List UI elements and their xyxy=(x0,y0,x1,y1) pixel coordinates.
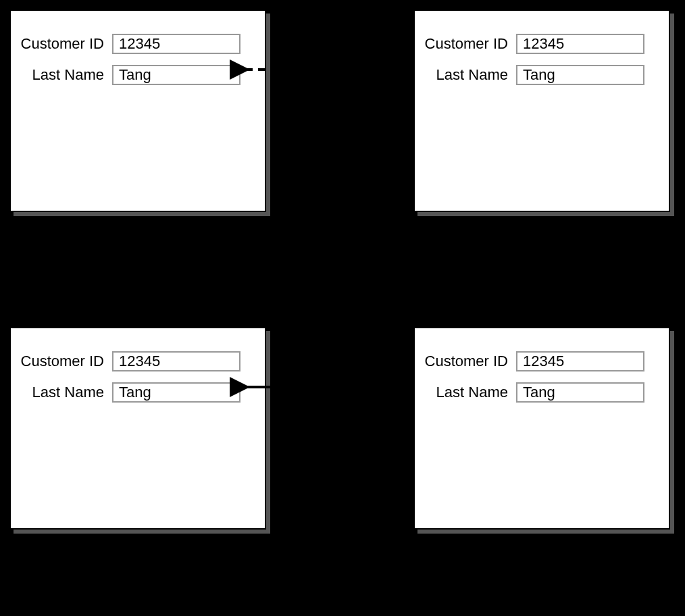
last-name-input[interactable]: Tang xyxy=(112,382,240,403)
last-name-input[interactable]: Tang xyxy=(112,65,240,85)
form-panel-bottom-left: Customer ID 12345 Last Name Tang xyxy=(9,327,266,530)
customer-id-label: Customer ID xyxy=(415,35,516,53)
last-name-input[interactable]: Tang xyxy=(516,65,644,85)
customer-id-input[interactable]: 12345 xyxy=(112,34,240,54)
form-row-last-name: Last Name Tang xyxy=(415,382,669,403)
customer-id-input[interactable]: 12345 xyxy=(112,351,240,371)
form-panel-top-left: Customer ID 12345 Last Name Tang xyxy=(9,9,266,212)
customer-id-label: Customer ID xyxy=(11,353,112,370)
form-row-last-name: Last Name Tang xyxy=(11,65,265,85)
form-row-customer-id: Customer ID 12345 xyxy=(415,351,669,371)
customer-id-label: Customer ID xyxy=(11,35,112,53)
form-row-last-name: Last Name Tang xyxy=(11,382,265,403)
last-name-label: Last Name xyxy=(11,384,112,401)
form-panel-top-right: Customer ID 12345 Last Name Tang xyxy=(413,9,670,212)
customer-id-label: Customer ID xyxy=(415,353,516,370)
form-row-customer-id: Customer ID 12345 xyxy=(415,34,669,54)
form-row-last-name: Last Name Tang xyxy=(415,65,669,85)
last-name-label: Last Name xyxy=(415,66,516,84)
customer-id-input[interactable]: 12345 xyxy=(516,351,644,371)
last-name-label: Last Name xyxy=(11,66,112,84)
last-name-label: Last Name xyxy=(415,384,516,401)
last-name-input[interactable]: Tang xyxy=(516,382,644,403)
form-panel-bottom-right: Customer ID 12345 Last Name Tang xyxy=(413,327,670,530)
customer-id-input[interactable]: 12345 xyxy=(516,34,644,54)
form-row-customer-id: Customer ID 12345 xyxy=(11,351,265,371)
form-row-customer-id: Customer ID 12345 xyxy=(11,34,265,54)
